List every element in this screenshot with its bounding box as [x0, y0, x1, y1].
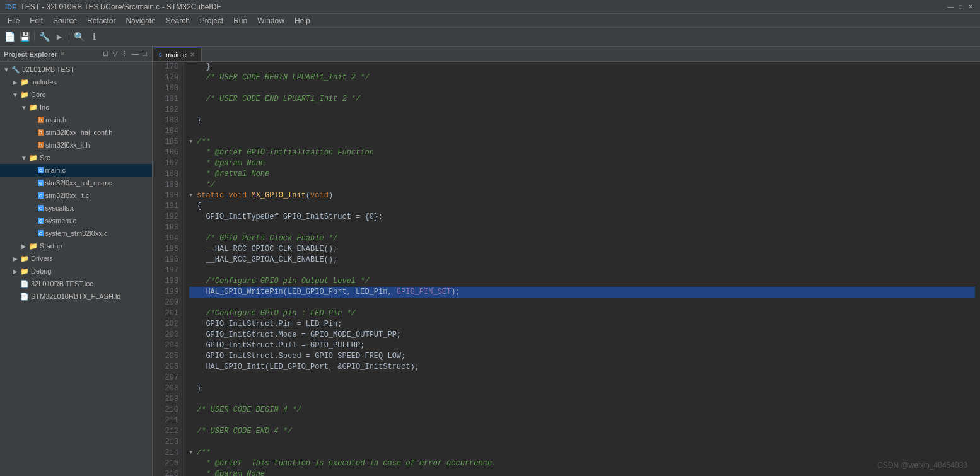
- code-line-200[interactable]: [189, 298, 975, 308]
- code-line-188[interactable]: * @retval None: [189, 169, 975, 180]
- maximize-button[interactable]: □: [956, 3, 965, 11]
- code-line-191[interactable]: {: [189, 201, 975, 212]
- code-line-215[interactable]: * @brief This function is executed in ca…: [189, 458, 975, 469]
- tree-item-main_h[interactable]: h main.h: [0, 113, 152, 126]
- code-line-190[interactable]: ▼static void MX_GPIO_Init(void): [189, 190, 975, 201]
- tree-item-startup[interactable]: ▶ 📁 Startup: [0, 240, 152, 252]
- sidebar-collapse-btn[interactable]: ⊟: [102, 50, 110, 58]
- tree-item-stm32l0xx_it_c[interactable]: c stm32l0xx_it.c: [0, 189, 152, 202]
- tree-item-stm32l0xx_hal_msp_c[interactable]: c stm32l0xx_hal_msp.c: [0, 177, 152, 189]
- code-line-187[interactable]: * @param None: [189, 158, 975, 169]
- close-button[interactable]: ✕: [966, 3, 975, 11]
- collapse-arrow-185[interactable]: ▼: [189, 137, 195, 148]
- code-line-203[interactable]: GPIO_InitStruct.Mode = GPIO_MODE_OUTPUT_…: [189, 330, 975, 340]
- code-line-205[interactable]: GPIO_InitStruct.Speed = GPIO_SPEED_FREQ_…: [189, 351, 975, 362]
- toolbar-debug[interactable]: 🔧: [37, 30, 51, 44]
- menu-search[interactable]: Search: [161, 15, 195, 26]
- code-line-212[interactable]: /* USER CODE END 4 */: [189, 426, 975, 437]
- toolbar-info[interactable]: ℹ: [87, 30, 101, 44]
- code-line-181[interactable]: /* USER CODE END LPUART1_Init 2 */: [189, 94, 975, 105]
- menu-file[interactable]: File: [3, 15, 25, 26]
- collapse-arrow-186: [189, 148, 195, 158]
- toolbar-run[interactable]: ▶: [52, 30, 66, 44]
- menu-window[interactable]: Window: [252, 15, 289, 26]
- tree-item-drivers[interactable]: ▶ 📁 Drivers: [0, 252, 152, 265]
- code-line-194[interactable]: /* GPIO Ports Clock Enable */: [189, 233, 975, 244]
- code-line-189[interactable]: */: [189, 180, 975, 190]
- code-line-208[interactable]: }: [189, 383, 975, 394]
- code-line-209[interactable]: [189, 394, 975, 405]
- code-line-216[interactable]: * @param None: [189, 469, 975, 476]
- menu-source[interactable]: Source: [48, 15, 82, 26]
- tree-label: stm32l0xx_it.c: [45, 192, 90, 199]
- code-line-178[interactable]: }: [189, 62, 975, 73]
- code-line-211[interactable]: [189, 415, 975, 426]
- menu-project[interactable]: Project: [195, 15, 228, 26]
- tree-item-core[interactable]: ▼ 📁 Core: [0, 88, 152, 101]
- menu-navigate[interactable]: Navigate: [120, 15, 160, 26]
- sidebar-filter-btn[interactable]: ▽: [111, 50, 119, 58]
- code-line-193[interactable]: [189, 223, 975, 233]
- collapse-arrow-199: [189, 287, 195, 298]
- code-line-197[interactable]: [189, 265, 975, 276]
- tree-item-ld[interactable]: 📄 STM32L010RBTX_FLASH.ld: [0, 290, 152, 303]
- tree-item-stm32l0xx_it_h[interactable]: h stm32l0xx_it.h: [0, 139, 152, 151]
- code-line-198[interactable]: /*Configure GPIO pin Output Level */: [189, 276, 975, 287]
- code-line-186[interactable]: * @brief GPIO Initialization Function: [189, 148, 975, 158]
- menu-run[interactable]: Run: [228, 15, 252, 26]
- code-line-192[interactable]: GPIO_InitTypeDef GPIO_InitStruct = {0};: [189, 212, 975, 223]
- tree-item-system_stm32l0xx_c[interactable]: c system_stm32l0xx.c: [0, 227, 152, 240]
- tree-item-ioc[interactable]: 📄 32L010RB TEST.ioc: [0, 277, 152, 290]
- sidebar-max-btn[interactable]: □: [141, 50, 148, 58]
- tab-close-btn[interactable]: ✕: [190, 51, 195, 58]
- collapse-arrow-198: [189, 276, 195, 287]
- menu-edit[interactable]: Edit: [25, 15, 48, 26]
- sidebar-close-icon[interactable]: ✕: [60, 50, 65, 57]
- code-line-214[interactable]: ▼/**: [189, 448, 975, 458]
- tree-item-sysmem_c[interactable]: c sysmem.c: [0, 214, 152, 227]
- tree-item-root[interactable]: ▼ 🔧 32L010RB TEST: [0, 63, 152, 76]
- code-line-206[interactable]: HAL_GPIO_Init(LED_GPIO_Port, &GPIO_InitS…: [189, 362, 975, 373]
- code-line-195[interactable]: __HAL_RCC_GPIOC_CLK_ENABLE();: [189, 244, 975, 255]
- toolbar-search[interactable]: 🔍: [72, 30, 86, 44]
- collapse-arrow-190[interactable]: ▼: [189, 190, 195, 201]
- menu-help[interactable]: Help: [289, 15, 315, 26]
- code-content[interactable]: } /* USER CODE BEGIN LPUART1_Init 2 */ /…: [184, 62, 980, 476]
- code-line-213[interactable]: [189, 437, 975, 448]
- code-line-201[interactable]: /*Configure GPIO pin : LED_Pin */: [189, 308, 975, 319]
- tree-item-main_c[interactable]: c main.c: [0, 164, 152, 177]
- code-line-210[interactable]: /* USER CODE BEGIN 4 */: [189, 405, 975, 415]
- code-line-207[interactable]: [189, 373, 975, 383]
- code-editor[interactable]: 1781791801811821831841851861871881891901…: [153, 62, 980, 476]
- collapse-arrow-197: [189, 265, 195, 276]
- tree-item-stm32l0xx_hal_conf_h[interactable]: h stm32l0xx_hal_conf.h: [0, 126, 152, 139]
- code-line-185[interactable]: ▼/**: [189, 137, 975, 148]
- toolbar: 📄 💾 🔧 ▶ 🔍 ℹ: [0, 28, 980, 47]
- sidebar-min-btn[interactable]: —: [131, 50, 140, 58]
- code-line-183[interactable]: }: [189, 115, 975, 126]
- toolbar-save[interactable]: 💾: [18, 30, 32, 44]
- tree-item-debug[interactable]: ▶ 📁 Debug: [0, 265, 152, 277]
- minimize-button[interactable]: —: [946, 3, 955, 11]
- code-line-180[interactable]: [189, 83, 975, 94]
- code-line-184[interactable]: [189, 126, 975, 137]
- line-num-183: 183: [158, 115, 178, 126]
- code-line-179[interactable]: /* USER CODE BEGIN LPUART1_Init 2 */: [189, 73, 975, 83]
- code-line-182[interactable]: [189, 105, 975, 115]
- tree-item-includes[interactable]: ▶ 📁 Includes: [0, 76, 152, 88]
- token: GPIO_InitStruct.Pin = LED_Pin;: [197, 319, 342, 330]
- tree-item-inc[interactable]: ▼ 📁 Inc: [0, 101, 152, 113]
- tree-item-syscalls_c[interactable]: c syscalls.c: [0, 202, 152, 214]
- collapse-arrow-214[interactable]: ▼: [189, 448, 195, 458]
- menu-refactor[interactable]: Refactor: [82, 15, 120, 26]
- tree-label: system_stm32l0xx.c: [45, 229, 108, 237]
- sidebar-menu-btn[interactable]: ⋮: [120, 50, 129, 58]
- code-line-204[interactable]: GPIO_InitStruct.Pull = GPIO_PULLUP;: [189, 340, 975, 351]
- tab-main-c[interactable]: c main.c ✕: [153, 47, 202, 61]
- token: *: [197, 458, 215, 469]
- code-line-196[interactable]: __HAL_RCC_GPIOA_CLK_ENABLE();: [189, 255, 975, 265]
- toolbar-new[interactable]: 📄: [3, 30, 16, 44]
- code-line-202[interactable]: GPIO_InitStruct.Pin = LED_Pin;: [189, 319, 975, 330]
- tree-item-src[interactable]: ▼ 📁 Src: [0, 151, 152, 164]
- code-line-199[interactable]: HAL_GPIO_WritePin(LED_GPIO_Port, LED_Pin…: [189, 287, 975, 298]
